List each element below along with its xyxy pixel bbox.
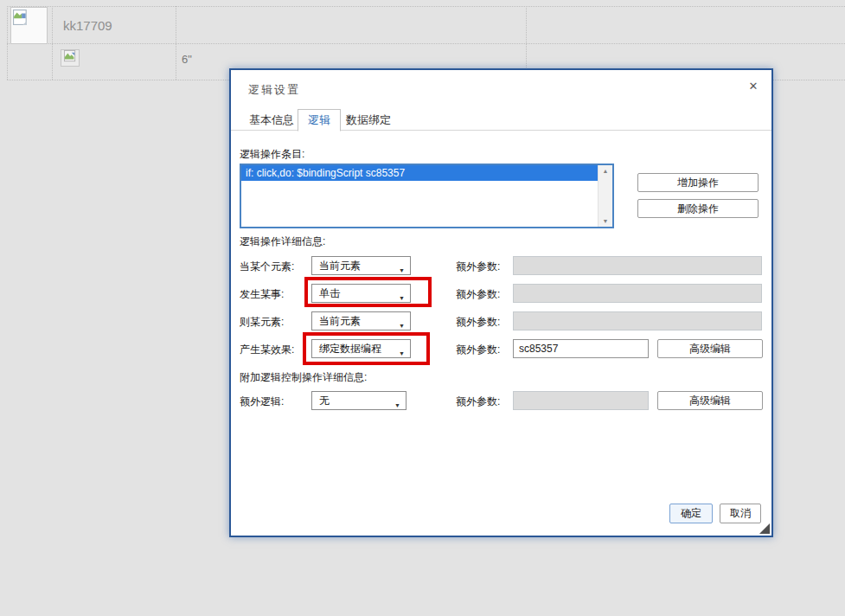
extra-section-label: 附加逻辑控制操作详细信息:: [240, 370, 367, 385]
event-label: 发生某事:: [240, 287, 284, 302]
ok-button[interactable]: 确定: [669, 504, 713, 523]
extra-param-input-4: [513, 391, 649, 410]
add-operation-button[interactable]: 增加操作: [637, 173, 759, 192]
list-item-selected[interactable]: if: click,do: $bindingScript sc85357: [241, 165, 599, 181]
source-element-select[interactable]: 当前元素 ▼: [311, 256, 411, 275]
extra-param-input-3: [513, 311, 762, 330]
chevron-down-icon: ▼: [399, 345, 405, 363]
table-grid-line: [7, 6, 845, 7]
extra-param-input-1: [513, 256, 762, 275]
delete-operation-button[interactable]: 删除操作: [637, 199, 759, 218]
tab-data-binding[interactable]: 数据绑定: [336, 109, 400, 131]
tab-basic-info[interactable]: 基本信息: [240, 109, 304, 131]
cancel-button[interactable]: 取消: [720, 504, 761, 523]
table-grid-line: [52, 6, 53, 80]
extra-param-label: 额外参数:: [456, 343, 500, 357]
broken-image-icon: [64, 50, 76, 66]
target-element-label: 则某元素:: [240, 315, 284, 330]
chevron-down-icon: ▼: [399, 262, 405, 279]
extra-param-label: 额外参数:: [456, 287, 500, 302]
table-grid-line: [7, 43, 845, 44]
extra-param-input-2: [513, 284, 762, 303]
select-value: 当前元素: [319, 315, 361, 327]
entries-section-label: 逻辑操作条目:: [240, 147, 304, 162]
detail-section-label: 逻辑操作详细信息:: [240, 234, 325, 249]
extra-logic-label: 额外逻辑:: [240, 395, 284, 409]
advanced-edit-button[interactable]: 高级编辑: [657, 339, 763, 358]
tab-logic[interactable]: 逻辑: [298, 109, 341, 132]
logic-settings-dialog: 逻辑设置 ✕ 基本信息 逻辑 数据绑定 逻辑操作条目: if: click,do…: [229, 68, 773, 537]
target-element-select[interactable]: 当前元素 ▼: [311, 311, 411, 330]
effect-select[interactable]: 绑定数据编程 ▼: [311, 339, 411, 358]
extra-param-label: 额外参数:: [456, 395, 500, 409]
select-value: 绑定数据编程: [319, 343, 381, 355]
scroll-down-icon[interactable]: ▼: [599, 218, 612, 224]
image-placeholder-small[interactable]: [61, 49, 80, 67]
broken-image-icon: [13, 10, 29, 29]
image-placeholder-cell[interactable]: [10, 7, 48, 44]
resize-handle[interactable]: [759, 523, 770, 534]
script-id-input[interactable]: [513, 339, 649, 358]
select-value: 无: [319, 395, 330, 407]
close-icon[interactable]: ✕: [746, 79, 761, 94]
table-cell-text: kk17709: [63, 18, 112, 33]
advanced-edit-button-2[interactable]: 高级编辑: [657, 391, 763, 410]
dialog-title: 逻辑设置: [248, 82, 300, 98]
chevron-down-icon: ▼: [399, 318, 405, 335]
chevron-down-icon: ▼: [394, 397, 400, 414]
logic-entries-listbox[interactable]: if: click,do: $bindingScript sc85357 ▲ ▼: [240, 164, 614, 228]
table-cell-text: 6": [182, 53, 192, 66]
table-grid-line: [176, 6, 176, 80]
select-value: 单击: [319, 287, 340, 299]
extra-param-label: 额外参数:: [456, 315, 500, 330]
select-value: 当前元素: [319, 260, 361, 272]
table-grid-line: [7, 6, 8, 80]
effect-label: 产生某效果:: [240, 343, 294, 357]
screen: kk17709 6" 逻辑设置 ✕ 基本信息 逻辑 数据绑定 逻辑操作条目: i…: [0, 0, 845, 616]
extra-logic-select[interactable]: 无 ▼: [311, 391, 406, 410]
chevron-down-icon: ▼: [399, 290, 405, 307]
listbox-scrollbar[interactable]: ▲ ▼: [598, 165, 612, 227]
extra-param-label: 额外参数:: [456, 260, 500, 274]
scroll-up-icon[interactable]: ▲: [599, 168, 612, 174]
source-element-label: 当某个元素:: [240, 260, 294, 274]
event-select[interactable]: 单击 ▼: [311, 284, 411, 303]
